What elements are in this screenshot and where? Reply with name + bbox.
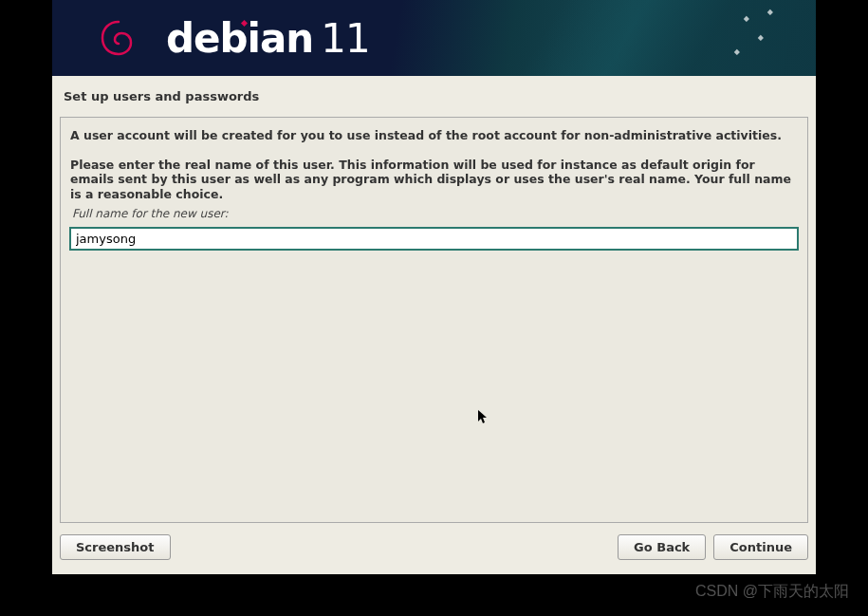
continue-button[interactable]: Continue bbox=[713, 534, 808, 560]
page-title: Set up users and passwords bbox=[52, 76, 816, 117]
installer-window: debian11 ◆ ◆ ◆ ◆ Set up users and passwo… bbox=[52, 0, 816, 574]
debian-swirl-icon bbox=[95, 14, 142, 62]
sparkle-icon: ◆ bbox=[767, 8, 773, 16]
fullname-input[interactable] bbox=[70, 228, 798, 250]
brand-name: debian bbox=[166, 15, 313, 62]
watermark-text: CSDN @下雨天的太阳 bbox=[695, 582, 849, 602]
fullname-label: Full name for the new user: bbox=[70, 207, 798, 220]
screenshot-button[interactable]: Screenshot bbox=[60, 534, 171, 560]
header-banner: debian11 ◆ ◆ ◆ ◆ bbox=[52, 0, 816, 76]
go-back-button[interactable]: Go Back bbox=[618, 534, 706, 560]
brand-version: 11 bbox=[321, 15, 369, 62]
sparkle-icon: ◆ bbox=[734, 47, 740, 56]
instruction-text-1: A user account will be created for you t… bbox=[70, 127, 798, 144]
right-button-group: Go Back Continue bbox=[618, 534, 808, 560]
brand-logo: debian11 bbox=[166, 15, 370, 62]
instruction-text-2: Please enter the real name of this user.… bbox=[70, 158, 798, 202]
sparkle-icon: ◆ bbox=[758, 33, 764, 42]
content-panel: A user account will be created for you t… bbox=[60, 117, 808, 523]
button-bar: Screenshot Go Back Continue bbox=[52, 523, 816, 568]
sparkle-icon: ◆ bbox=[744, 14, 749, 23]
